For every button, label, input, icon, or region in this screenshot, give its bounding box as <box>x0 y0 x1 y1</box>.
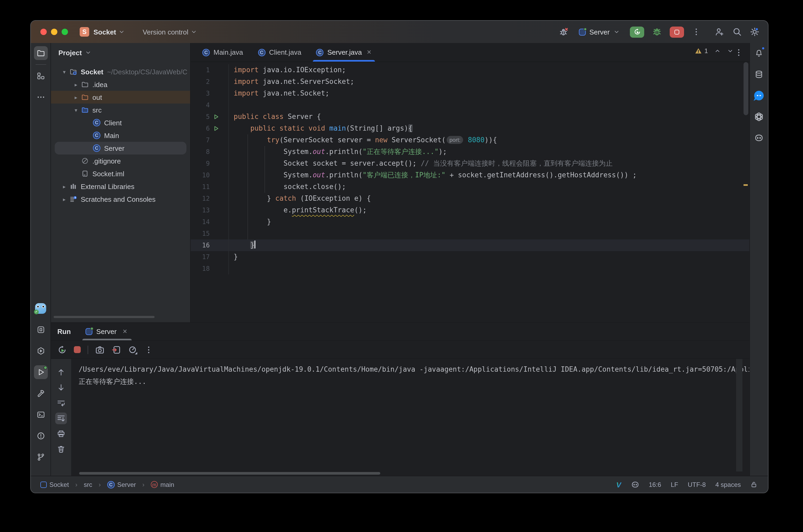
code-line-15[interactable]: 15 <box>191 228 749 240</box>
tree-item-externallibraries[interactable]: ▸External Libraries <box>55 180 186 193</box>
git-branch-button[interactable] <box>34 450 48 464</box>
close-run-tab-icon[interactable]: ✕ <box>123 328 127 335</box>
close-tab-icon[interactable]: ✕ <box>367 49 372 56</box>
problems-button[interactable] <box>34 429 48 443</box>
services-button[interactable] <box>34 344 48 358</box>
code-line-13[interactable]: 13 e.printStackTrace(); <box>191 204 749 216</box>
editor-tab-serverjava[interactable]: CServer.java✕ <box>309 43 379 62</box>
terminal-button[interactable] <box>34 408 48 422</box>
tree-horizontal-scrollbar[interactable] <box>54 316 154 318</box>
structure-button[interactable] <box>34 69 48 83</box>
more-h-button[interactable] <box>34 90 48 104</box>
thread-dump-camera-button[interactable] <box>95 345 105 355</box>
rerun-button[interactable] <box>630 26 644 37</box>
code-line-9[interactable]: 9 Socket socket = server.accept(); // 当没… <box>191 158 749 169</box>
soft-wrap-button[interactable] <box>55 397 67 409</box>
code-line-3[interactable]: 3import java.net.Socket; <box>191 88 749 99</box>
prev-problem-icon[interactable] <box>714 48 721 54</box>
build-button[interactable] <box>34 386 48 400</box>
run-gutter-icon[interactable] <box>210 122 223 134</box>
editor-tab-mainjava[interactable]: CMain.java <box>195 43 250 62</box>
clear-button[interactable] <box>55 443 67 455</box>
code-line-4[interactable]: 4 <box>191 99 749 111</box>
more-actions-icon[interactable] <box>692 27 701 36</box>
unlock-icon[interactable] <box>750 481 757 488</box>
stop-button[interactable] <box>74 346 81 353</box>
copilot-status-icon[interactable] <box>631 480 639 489</box>
console-output[interactable]: /Users/eve/Library/Java/JavaVirtualMachi… <box>71 359 749 476</box>
tree-item-main[interactable]: CMain <box>55 129 186 142</box>
editor[interactable]: 1import java.io.IOException;2import java… <box>191 62 749 322</box>
tree-item-scratchesandconsoles[interactable]: ▸Scratches and Consoles <box>55 193 186 206</box>
editor-scrollbar-thumb[interactable] <box>744 62 748 115</box>
tree-item-socket[interactable]: ▾Socket~/Desktop/CS/JavaWeb/C <box>55 65 186 78</box>
chevron-down-icon[interactable]: ▾ <box>72 107 80 113</box>
bookmarks-button[interactable] <box>34 323 48 337</box>
run-button[interactable] <box>34 365 48 379</box>
code-line-12[interactable]: 12 } catch (IOException e) { <box>191 193 749 204</box>
tree-item-client[interactable]: CClient <box>55 116 186 129</box>
minimize-window-button[interactable] <box>51 29 57 35</box>
project-panel-title[interactable]: Project <box>58 49 82 57</box>
code-line-11[interactable]: 11 socket.close(); <box>191 181 749 193</box>
code-line-8[interactable]: 8 System.out.println("正在等待客户连接..."); <box>191 146 749 158</box>
code-line-5[interactable]: 5public class Server { <box>191 111 749 122</box>
code-line-14[interactable]: 14 } <box>191 216 749 228</box>
code-line-2[interactable]: 2import java.net.ServerSocket; <box>191 76 749 88</box>
scroll-to-end-button[interactable] <box>55 413 67 424</box>
stop-button[interactable] <box>670 26 684 37</box>
project-folder-button[interactable] <box>34 46 48 60</box>
breadcrumb-item-server[interactable]: CServer <box>107 481 136 488</box>
code-line-17[interactable]: 17} <box>191 251 749 263</box>
project-menu[interactable]: Socket <box>93 28 116 36</box>
breadcrumb-item-main[interactable]: mmain <box>151 481 174 488</box>
file-encoding[interactable]: UTF-8 <box>688 481 706 488</box>
add-user-icon[interactable] <box>715 27 724 37</box>
chevron-down-icon[interactable]: ▾ <box>60 69 69 75</box>
rerun-button[interactable] <box>57 345 67 355</box>
maximize-window-button[interactable] <box>62 29 68 35</box>
copilot-button[interactable] <box>752 131 766 145</box>
arrow-up-button[interactable] <box>55 366 67 378</box>
warning-stripe-mark[interactable] <box>744 184 748 186</box>
tree-item-src[interactable]: ▾src <box>55 103 186 116</box>
breadcrumb-item-socket[interactable]: Socket <box>40 481 69 488</box>
code-line-6[interactable]: 6 public static void main(String[] args)… <box>191 122 749 134</box>
debugger-muted-icon[interactable] <box>559 27 568 37</box>
debug-button[interactable] <box>652 27 662 37</box>
tree-item-idea[interactable]: ▸.idea <box>55 78 186 91</box>
run-tab-server[interactable]: Server ✕ <box>85 323 129 340</box>
next-problem-icon[interactable] <box>727 48 733 54</box>
openai-button[interactable] <box>752 110 766 124</box>
console-vertical-scrollbar[interactable] <box>736 359 743 472</box>
more-v-button[interactable] <box>145 345 153 354</box>
tree-item-server[interactable]: CServer <box>55 142 186 154</box>
indent-setting[interactable]: 4 spaces <box>715 481 741 488</box>
attach-button[interactable] <box>112 345 121 355</box>
tree-item-out[interactable]: ▸out <box>51 91 190 103</box>
tabbar-more-icon[interactable] <box>734 43 749 62</box>
run-gutter-icon[interactable] <box>210 111 223 122</box>
chevron-right-icon[interactable]: ▸ <box>72 81 80 87</box>
line-separator[interactable]: LF <box>671 481 678 488</box>
code-line-10[interactable]: 10 System.out.println("客户端已连接，IP地址:" + s… <box>191 169 749 181</box>
tree-item-socketiml[interactable]: Socket.iml <box>55 167 186 180</box>
notifications-button[interactable] <box>752 46 766 60</box>
run-configuration-select[interactable]: Server <box>579 28 620 36</box>
plugin-mascot-button[interactable]: ✓ <box>34 302 48 316</box>
ai-chat-button[interactable] <box>752 89 766 102</box>
vcs-menu[interactable]: Version control <box>143 28 188 36</box>
chevron-right-icon[interactable]: ▸ <box>72 94 80 100</box>
code-line-1[interactable]: 1import java.io.IOException; <box>191 64 749 76</box>
editor-tab-clientjava[interactable]: CClient.java <box>250 43 309 62</box>
code-line-7[interactable]: 7 try(ServerSocket server = new ServerSo… <box>191 134 749 146</box>
close-window-button[interactable] <box>40 29 47 35</box>
inspection-widget[interactable]: 1 <box>695 47 733 55</box>
database-button[interactable] <box>752 68 766 81</box>
code-line-16[interactable]: 16 } <box>191 240 749 251</box>
code-line-18[interactable]: 18 <box>191 263 749 274</box>
chevron-right-icon[interactable]: ▸ <box>60 184 69 189</box>
arrow-down-button[interactable] <box>55 382 67 394</box>
search-icon[interactable] <box>732 27 742 37</box>
profiler-gauge-button[interactable] <box>128 345 137 355</box>
